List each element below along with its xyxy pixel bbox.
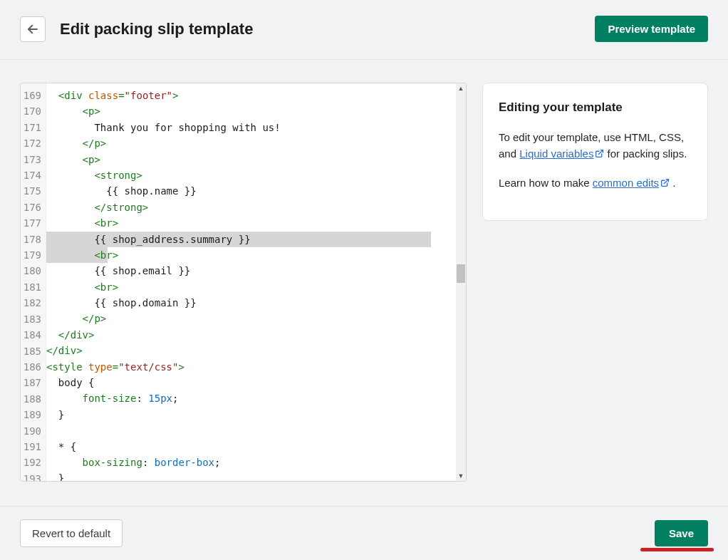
scrollbar-arrow-up-icon[interactable]: ▲ xyxy=(456,83,466,93)
code-line[interactable]: <div class="footer"> xyxy=(46,88,466,103)
code-line[interactable]: <style type="text/css"> xyxy=(46,359,466,375)
revert-to-default-button[interactable]: Revert to default xyxy=(20,519,123,547)
code-line[interactable]: * { xyxy=(46,439,466,455)
save-button[interactable]: Save xyxy=(655,520,708,546)
common-edits-link[interactable]: common edits xyxy=(593,177,670,189)
scrollbar-arrow-down-icon[interactable]: ▼ xyxy=(456,471,466,481)
page-header: Edit packing slip template Preview templ… xyxy=(0,0,728,60)
code-line[interactable]: {{ shop.email }} xyxy=(46,263,466,279)
back-button[interactable] xyxy=(20,16,46,42)
code-line[interactable]: </p> xyxy=(46,311,466,326)
code-line[interactable]: font-size: 15px; xyxy=(46,390,466,406)
editor-code-area[interactable]: <div class="footer"> <p> Thank you for s… xyxy=(46,83,466,481)
external-link-icon xyxy=(595,146,604,162)
code-line[interactable]: } xyxy=(46,407,466,422)
save-button-wrap: Save xyxy=(655,520,708,546)
code-line[interactable]: </div> xyxy=(46,327,466,343)
page-title: Edit packing slip template xyxy=(60,20,253,38)
svg-line-1 xyxy=(599,150,603,155)
scrollbar-thumb[interactable] xyxy=(457,264,465,283)
help-text: for packing slips. xyxy=(604,147,687,160)
code-line[interactable]: <br> xyxy=(46,215,466,231)
liquid-variables-link[interactable]: Liquid variables xyxy=(519,147,604,160)
help-paragraph-2: Learn how to make common edits . xyxy=(499,175,692,192)
help-text: Learn how to make xyxy=(499,177,593,189)
svg-line-2 xyxy=(665,179,669,183)
arrow-left-icon xyxy=(26,23,39,36)
code-line[interactable]: </div> xyxy=(46,343,466,358)
main-content: 1691701711721731741751761771781791801811… xyxy=(0,60,728,482)
code-line[interactable]: <strong> xyxy=(46,167,466,183)
help-text: . xyxy=(670,177,675,189)
editor-scrollbar[interactable]: ▲ ▼ xyxy=(456,83,466,481)
help-paragraph-1: To edit your template, use HTML, CSS, an… xyxy=(499,129,692,163)
code-editor[interactable]: 1691701711721731741751761771781791801811… xyxy=(20,83,467,482)
code-line[interactable]: {{ shop.domain }} xyxy=(46,295,466,311)
preview-template-button[interactable]: Preview template xyxy=(595,16,708,42)
help-panel: Editing your template To edit your templ… xyxy=(482,83,708,221)
code-line[interactable]: body { xyxy=(46,375,466,390)
external-link-icon xyxy=(660,175,670,192)
help-heading: Editing your template xyxy=(499,100,692,115)
code-line[interactable]: <p> xyxy=(46,103,466,119)
code-line[interactable]: {{ shop.name }} xyxy=(46,183,466,199)
code-line[interactable]: </strong> xyxy=(46,199,466,215)
code-line[interactable]: <p> xyxy=(46,152,466,167)
code-line[interactable] xyxy=(46,422,466,438)
annotation-underline xyxy=(640,548,714,551)
code-line[interactable]: Thank you for shopping with us! xyxy=(46,120,466,135)
header-left: Edit packing slip template xyxy=(20,16,253,42)
code-line[interactable]: {{ shop_address.summary }} xyxy=(46,232,466,247)
code-line[interactable]: <br> xyxy=(46,279,466,295)
code-line[interactable]: } xyxy=(46,470,466,481)
code-line[interactable]: <br> xyxy=(46,247,466,263)
page-footer: Revert to default Save xyxy=(0,506,728,560)
editor-gutter: 1691701711721731741751761771781791801811… xyxy=(21,83,46,481)
code-line[interactable]: box-sizing: border-box; xyxy=(46,455,466,470)
code-line[interactable]: </p> xyxy=(46,135,466,151)
